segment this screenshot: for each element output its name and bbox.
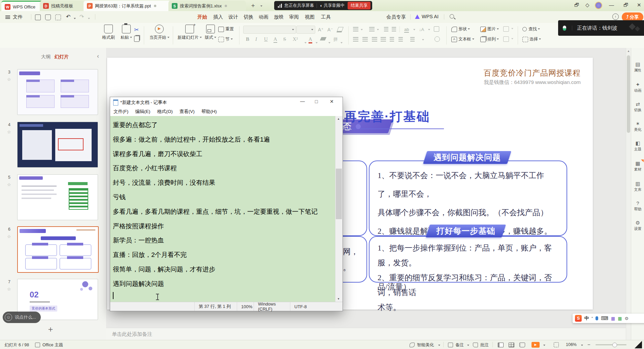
- panel-item-library[interactable]: ▥文库: [631, 181, 644, 192]
- strikethrough-button[interactable]: S: [283, 36, 286, 42]
- numbered-list-icon[interactable]: [369, 27, 375, 31]
- panel-item-help[interactable]: ?帮助: [631, 200, 644, 212]
- outline-tab[interactable]: 大纲: [41, 54, 51, 60]
- notes-placeholder-area[interactable]: 单击此处添加备注: [106, 328, 626, 340]
- ribbon-tab-member[interactable]: 会员专享: [386, 14, 406, 20]
- undo-dropdown-icon[interactable]: [73, 16, 76, 21]
- slides-tab[interactable]: 幻灯片: [55, 54, 69, 60]
- ribbon-tab-animation[interactable]: 动画: [259, 14, 268, 20]
- spacing-dropdown-icon[interactable]: [421, 37, 424, 43]
- find-button[interactable]: 查找: [522, 26, 540, 32]
- stop-share-button[interactable]: 结束共享: [348, 2, 371, 9]
- cut-scissors-icon[interactable]: ✂: [134, 26, 139, 33]
- print-icon[interactable]: [45, 14, 51, 20]
- notepad-maximize-icon[interactable]: □: [315, 99, 318, 104]
- font-size-combobox[interactable]: [296, 26, 315, 34]
- line-spacing-icon[interactable]: [398, 37, 403, 41]
- print-preview-icon[interactable]: [55, 14, 61, 20]
- italic-button[interactable]: I: [255, 36, 257, 42]
- numbered-dropdown-icon[interactable]: [376, 27, 379, 33]
- save-icon[interactable]: [35, 14, 41, 20]
- underline-button[interactable]: U: [264, 36, 268, 42]
- zoom-slider-track[interactable]: [595, 344, 626, 345]
- favorite-star-icon[interactable]: ☆: [7, 234, 11, 239]
- comment-button[interactable]: 批注: [480, 342, 489, 348]
- sogou-logo-icon[interactable]: S: [575, 315, 582, 322]
- ribbon-tab-tools[interactable]: 工具: [321, 14, 331, 20]
- menu-file[interactable]: 文件: [13, 14, 23, 20]
- zoom-percentage[interactable]: 106%: [566, 342, 577, 347]
- notepad-menu-file[interactable]: 文件(F): [114, 109, 128, 115]
- reset-button[interactable]: 重置: [218, 26, 234, 32]
- notes-dropdown-icon[interactable]: [466, 343, 469, 348]
- decrease-indent-icon[interactable]: [384, 27, 388, 31]
- favorite-star-icon[interactable]: ☆: [7, 287, 11, 292]
- close-window-icon[interactable]: ✕: [637, 2, 641, 8]
- slide-thumbnail-6-selected[interactable]: [17, 226, 99, 273]
- select-button[interactable]: 选择: [522, 36, 541, 42]
- notepad-menu-help[interactable]: 帮助(H): [201, 109, 217, 115]
- new-slide-button[interactable]: + 新建幻灯片: [176, 25, 203, 46]
- highlight-dropdown-icon[interactable]: [327, 40, 330, 46]
- shape-button[interactable]: 形状: [451, 26, 470, 32]
- tab-close-dot[interactable]: [225, 5, 227, 7]
- columns-icon[interactable]: [410, 37, 415, 41]
- panel-item-assets[interactable]: ▦素材: [631, 161, 644, 172]
- ribbon-tab-wps-ai[interactable]: WPS AI: [422, 14, 439, 19]
- notepad-scrollbar[interactable]: ▲ ▼: [335, 116, 343, 302]
- notepad-minimize-icon[interactable]: —: [300, 98, 305, 104]
- increase-font-icon[interactable]: A⁺: [318, 27, 324, 32]
- notepad-menu-format[interactable]: 格式(O): [157, 109, 173, 115]
- notepad-close-icon[interactable]: ✕: [330, 99, 334, 104]
- normal-view-icon[interactable]: [498, 343, 504, 347]
- smart-beautify-button[interactable]: 智能美化: [417, 342, 434, 348]
- phonetic-guide-icon[interactable]: 拼: [333, 36, 338, 42]
- arrange-button[interactable]: 排列: [480, 36, 499, 42]
- ribbon-tab-transition[interactable]: 切换: [244, 14, 253, 20]
- zoom-slider-knob[interactable]: [612, 343, 617, 347]
- tab-wps-home[interactable]: W WPS Office: [1, 1, 43, 12]
- ghost-insert-button[interactable]: [503, 26, 513, 32]
- input-method-toolbar[interactable]: S 中 ” ⌨ ▦ ▦ ⚙: [573, 314, 644, 323]
- bullet-list-icon[interactable]: [353, 27, 358, 31]
- slide-thumbnail-5[interactable]: [17, 174, 98, 220]
- font-color-dropdown-icon[interactable]: [315, 40, 318, 46]
- new-tab-button[interactable]: ＋: [250, 1, 256, 9]
- ime-mic-icon[interactable]: [595, 316, 598, 320]
- fit-slide-icon[interactable]: [554, 342, 559, 347]
- paste-button[interactable]: 粘贴: [118, 25, 135, 46]
- ime-skin-grid-icon[interactable]: ▦: [611, 316, 615, 321]
- play-from-current-button[interactable]: ▶ 当页开始: [148, 25, 171, 46]
- section-button[interactable]: 节: [218, 36, 233, 42]
- notepad-menu-edit[interactable]: 编辑(E): [135, 109, 150, 115]
- redo-dropdown-icon[interactable]: [87, 16, 90, 21]
- format-painter-button[interactable]: 格式刷: [100, 25, 117, 46]
- text-direction-icon[interactable]: ↓A: [419, 27, 424, 32]
- char-border-button[interactable]: A: [273, 36, 277, 43]
- clear-format-eraser-icon[interactable]: [336, 27, 344, 32]
- zoom-out-icon[interactable]: −: [587, 342, 590, 347]
- collapse-panel-icon[interactable]: ‹: [97, 53, 99, 60]
- ghost-arrange-button[interactable]: [503, 36, 513, 42]
- ribbon-tab-review[interactable]: 审阅: [289, 14, 299, 20]
- upload-cloud-icon[interactable]: ↑: [612, 13, 619, 20]
- slide-thumbnail-4[interactable]: [17, 122, 98, 168]
- panel-item-animation[interactable]: ✦动画: [631, 82, 644, 93]
- panel-item-theme[interactable]: ◧主题: [631, 140, 644, 152]
- theme-name[interactable]: Office 主题: [42, 342, 63, 348]
- panel-item-transition[interactable]: ⇄切换: [631, 101, 644, 113]
- tab-unsaved-dot[interactable]: [154, 5, 156, 7]
- tab-ppt-document[interactable]: P 网授第63期：订单系统篇.ppt: [84, 1, 170, 11]
- canvas-vertical-scrollbar[interactable]: ▲: [626, 48, 631, 340]
- workspace-icon[interactable]: 🗗: [574, 2, 579, 8]
- notepad-window[interactable]: *新建文本文档 - 记事本 — □ ✕ 文件(F) 编辑(E) 格式(O) 查看…: [110, 97, 343, 311]
- notepad-scroll-thumb[interactable]: [336, 169, 342, 219]
- zoom-dropdown-icon[interactable]: [580, 343, 583, 348]
- ribbon-tab-slideshow[interactable]: 放映: [274, 14, 284, 20]
- highlight-color-icon[interactable]: [320, 37, 327, 40]
- slideshow-play-button[interactable]: ▶: [532, 342, 540, 348]
- align-right-icon[interactable]: [372, 37, 377, 41]
- font-color-button[interactable]: A: [309, 36, 312, 43]
- char-shading-icon[interactable]: ab: [404, 27, 409, 33]
- slide-sorter-view-icon[interactable]: [509, 343, 514, 347]
